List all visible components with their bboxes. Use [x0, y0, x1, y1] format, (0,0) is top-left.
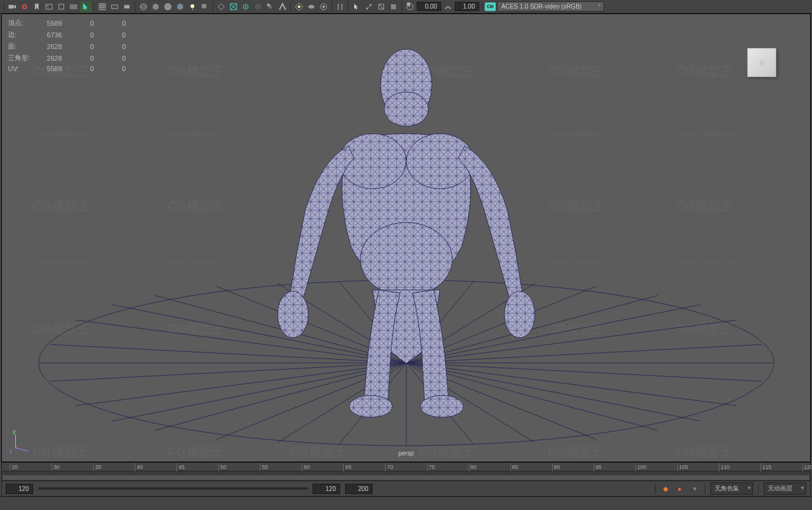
timeline-scrollbar-thumb[interactable] — [2, 474, 810, 481]
view-cube-face: 右 — [759, 58, 765, 67]
svg-point-14 — [177, 4, 183, 10]
shadows-icon[interactable] — [199, 1, 210, 12]
svg-point-20 — [245, 6, 246, 7]
timeline-tick: 60 — [302, 463, 309, 471]
snap-face-icon[interactable] — [388, 1, 399, 12]
svg-rect-6 — [72, 6, 75, 7]
svg-point-26 — [308, 5, 314, 9]
ao-icon[interactable] — [252, 1, 264, 12]
svg-point-72 — [360, 223, 452, 296]
svg-rect-24 — [270, 6, 272, 9]
svg-point-25 — [298, 6, 300, 8]
range-slider-bar: 120 120 200 ◆ ▸ ▾ 无角色集 无动画层 — [1, 481, 811, 497]
svg-rect-32 — [391, 4, 396, 9]
timeline-tick: 105 — [677, 463, 688, 471]
anti-alias-icon[interactable] — [277, 1, 288, 12]
gamma-icon[interactable] — [442, 1, 453, 12]
exposure-icon[interactable] — [404, 1, 415, 12]
svg-point-69 — [384, 92, 428, 126]
view-cube[interactable]: 右 — [747, 48, 776, 77]
svg-point-12 — [153, 4, 159, 10]
snap-edge-icon[interactable] — [376, 1, 387, 12]
range-start-input[interactable]: 120 — [313, 484, 340, 494]
timeline[interactable]: 2530354045505560657075808590951001051101… — [1, 462, 811, 481]
gamma-value[interactable]: 1.00 — [455, 2, 479, 11]
svg-point-75 — [349, 395, 392, 417]
svg-point-15 — [191, 4, 194, 8]
camera-lock-icon[interactable] — [19, 1, 30, 12]
timeline-track[interactable] — [2, 471, 810, 481]
timeline-tick: 45 — [176, 463, 184, 471]
status-bar — [0, 497, 812, 510]
motion-blur-icon[interactable] — [265, 1, 276, 12]
current-frame-input[interactable]: 120 — [6, 484, 33, 494]
timeline-tick: 115 — [761, 463, 772, 471]
xray-icon[interactable] — [228, 1, 239, 12]
svg-rect-0 — [9, 5, 13, 9]
timeline-tick: 85 — [510, 463, 518, 471]
grid-toggle-icon[interactable] — [97, 1, 108, 12]
shaded-wire-icon[interactable] — [162, 1, 173, 12]
colorspace-dropdown[interactable]: ACES 1.0 SDR-video (sRGB) — [497, 1, 604, 12]
wireframe-icon[interactable] — [138, 1, 149, 12]
toggle-show-icon[interactable] — [335, 1, 346, 12]
fog-icon[interactable] — [306, 1, 317, 12]
timeline-tick: 110 — [719, 463, 730, 471]
camera-label: persp — [398, 450, 414, 457]
viewport-3d[interactable]: CG模型王 CG模型王 CG模型王 CG模型王 CG模型王 www.CGMXW.… — [1, 13, 811, 462]
range-slider[interactable] — [38, 487, 308, 490]
timeline-tick: 25 — [10, 463, 18, 471]
svg-point-28 — [322, 6, 325, 8]
svg-point-3 — [47, 6, 48, 7]
bookmark-icon[interactable] — [31, 1, 42, 12]
film-gate-icon[interactable] — [68, 1, 79, 12]
use-lights-icon[interactable] — [187, 1, 198, 12]
resolution-gate-icon[interactable] — [109, 1, 120, 12]
anim-layer-dropdown[interactable]: 无动画层 — [764, 482, 806, 495]
svg-rect-2 — [46, 4, 52, 9]
key-options-icon[interactable]: ▾ — [690, 484, 700, 493]
camera-select-icon[interactable] — [7, 1, 18, 12]
arrow-cursor-icon[interactable] — [351, 1, 362, 12]
light-icon[interactable] — [294, 1, 305, 12]
xray-joints-icon[interactable] — [240, 1, 251, 12]
color-management-badge[interactable]: CM — [485, 2, 496, 11]
svg-point-21 — [255, 4, 261, 10]
timeline-tick: 80 — [469, 463, 477, 471]
timeline-tick: 55 — [260, 463, 268, 471]
svg-point-73 — [278, 291, 308, 338]
set-key-icon[interactable]: ◆ — [661, 484, 670, 493]
isolate-icon[interactable] — [216, 1, 227, 12]
svg-point-76 — [420, 395, 463, 417]
textured-icon[interactable] — [175, 1, 186, 12]
timeline-scrollbar[interactable] — [2, 474, 810, 481]
svg-point-1 — [23, 5, 26, 9]
timeline-tick: 65 — [343, 463, 351, 471]
timeline-tick: 75 — [427, 463, 435, 471]
svg-point-16 — [202, 4, 207, 9]
svg-point-10 — [140, 4, 146, 10]
timeline-tick: 120 — [802, 463, 812, 471]
timeline-tick: 30 — [51, 463, 59, 471]
snap-vertex-icon[interactable] — [363, 1, 374, 12]
svg-point-74 — [504, 291, 535, 338]
timeline-tick: 70 — [385, 463, 393, 471]
select-tool-icon[interactable] — [80, 1, 91, 12]
timeline-ruler[interactable]: 2530354045505560657075808590951001051101… — [2, 463, 810, 471]
grid-2d-icon[interactable] — [56, 1, 67, 12]
dof-icon[interactable] — [318, 1, 329, 12]
svg-rect-9 — [124, 6, 129, 8]
svg-rect-7 — [112, 5, 118, 9]
character-mesh-wireframe — [259, 39, 553, 419]
exposure-value[interactable]: 0.00 — [417, 2, 441, 11]
character-set-dropdown[interactable]: 无角色集 — [710, 482, 753, 495]
gate-mask-icon[interactable] — [121, 1, 132, 12]
polycount-hud: 顶点:558900边:673600面:262800三角形:262800UV:55… — [7, 17, 135, 74]
key-type-icon[interactable]: ▸ — [675, 484, 685, 493]
timeline-tick: 50 — [218, 463, 226, 471]
image-plane-icon[interactable] — [44, 1, 55, 12]
range-end-input[interactable]: 200 — [345, 484, 373, 494]
svg-point-13 — [165, 4, 171, 10]
timeline-tick: 100 — [636, 463, 647, 471]
shaded-icon[interactable] — [150, 1, 161, 12]
